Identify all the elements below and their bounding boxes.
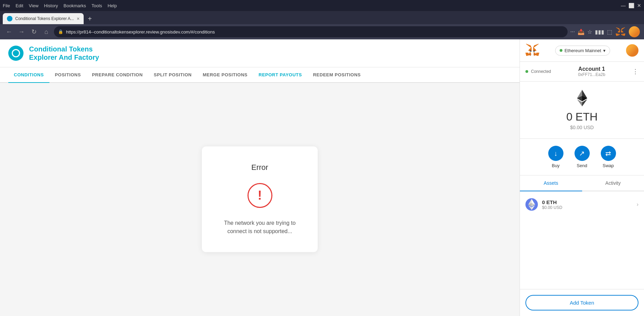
nav-positions[interactable]: POSITIONS bbox=[49, 67, 86, 82]
nav-prepare-condition[interactable]: PREPARE CONDITION bbox=[86, 67, 148, 82]
browser-profile-avatar[interactable] bbox=[629, 26, 640, 37]
window-close[interactable]: ✕ bbox=[637, 3, 641, 8]
nav-split-position[interactable]: SPLIT POSITION bbox=[148, 67, 197, 82]
send-label: Send bbox=[577, 163, 587, 168]
nav-back-btn[interactable]: ← bbox=[4, 27, 14, 37]
lock-icon: 🔒 bbox=[58, 29, 63, 34]
eth-asset-info: 0 ETH $0.00 USD bbox=[542, 199, 637, 210]
svg-marker-11 bbox=[526, 53, 530, 56]
nav-refresh-btn[interactable]: ↻ bbox=[29, 27, 39, 37]
svg-marker-25 bbox=[533, 52, 535, 53]
address-bar[interactable]: 🔒 https://pr814--conditionaltokensexplor… bbox=[54, 26, 568, 37]
asset-chevron-icon: › bbox=[637, 201, 638, 208]
tab-close-btn[interactable]: × bbox=[77, 16, 80, 21]
nav-merge-positions[interactable]: MERGE POSITIONS bbox=[197, 67, 253, 82]
network-label: Ethereum Mainnet bbox=[564, 48, 601, 53]
url-text: https://pr814--conditionaltokensexplorer… bbox=[66, 29, 215, 35]
svg-marker-7 bbox=[621, 34, 623, 35]
mm-send-btn[interactable]: ↗ Send bbox=[575, 146, 590, 168]
metamask-extension-icon[interactable] bbox=[615, 26, 626, 37]
site-title: Conditional Tokens Explorer And Factory bbox=[29, 45, 99, 61]
add-token-btn[interactable]: Add Token bbox=[525, 295, 638, 310]
svg-marker-8 bbox=[533, 44, 539, 48]
mm-asset-eth[interactable]: 0 ETH $0.00 USD › bbox=[520, 194, 644, 215]
mm-actions: ↓ Buy ↗ Send ⇄ Swap bbox=[520, 139, 644, 175]
mm-tabs: Assets Activity bbox=[520, 175, 644, 191]
site-header: Conditional Tokens Explorer And Factory bbox=[0, 39, 520, 67]
menu-tools[interactable]: Tools bbox=[92, 3, 102, 8]
mm-buy-btn[interactable]: ↓ Buy bbox=[548, 146, 563, 168]
menu-view[interactable]: View bbox=[29, 3, 38, 8]
svg-marker-24 bbox=[530, 52, 531, 53]
eth-asset-usd: $0.00 USD bbox=[542, 205, 637, 210]
nav-report-payouts[interactable]: REPORT PAYOUTS bbox=[253, 67, 307, 82]
nav-conditions[interactable]: CONDITIONS bbox=[8, 67, 49, 82]
tab-title: Conditional Tokens Explorer A... bbox=[15, 16, 74, 21]
browser-tab-active[interactable]: Conditional Tokens Explorer A... × bbox=[3, 13, 84, 24]
mm-header: Ethereum Mainnet ▾ bbox=[520, 39, 644, 62]
svg-marker-5 bbox=[621, 30, 623, 32]
toolbar-right: ··· 📥 ☆ ▮▮▮ ⬚ bbox=[570, 26, 640, 37]
tab-favicon bbox=[7, 16, 12, 21]
mm-tab-activity[interactable]: Activity bbox=[582, 175, 644, 191]
site-body: Error ! The network you are trying tocon… bbox=[0, 83, 520, 315]
swap-label: Swap bbox=[603, 163, 614, 168]
account-info: Account 1 0xFF71...Ea2b bbox=[554, 66, 629, 77]
mm-network-button[interactable]: Ethereum Mainnet ▾ bbox=[555, 46, 610, 56]
history-icon[interactable]: ▮▮▮ bbox=[595, 29, 604, 35]
svg-marker-13 bbox=[533, 48, 536, 51]
eth-asset-balance: 0 ETH bbox=[542, 199, 637, 205]
connected-label: Connected bbox=[531, 69, 551, 74]
svg-marker-10 bbox=[535, 53, 539, 56]
svg-marker-9 bbox=[526, 44, 531, 48]
mm-balance-section: 0 ETH $0.00 USD bbox=[520, 82, 644, 139]
svg-marker-4 bbox=[618, 30, 620, 32]
metamask-panel: Ethereum Mainnet ▾ Connected Account 1 0… bbox=[520, 39, 644, 316]
menu-edit[interactable]: Edit bbox=[16, 3, 23, 8]
error-title: Error bbox=[224, 163, 296, 172]
mm-account-section: Connected Account 1 0xFF71...Ea2b ⋮ bbox=[520, 62, 644, 82]
nav-redeem-positions[interactable]: REDEEM POSITIONS bbox=[307, 67, 366, 82]
svg-marker-2 bbox=[623, 34, 625, 36]
eth-balance: 0 ETH bbox=[525, 111, 638, 123]
new-tab-btn[interactable]: + bbox=[85, 15, 95, 23]
sidebar-icon[interactable]: ⬚ bbox=[607, 29, 612, 35]
nav-home-btn[interactable]: ⌂ bbox=[41, 27, 51, 37]
mm-add-token-section: Add Token bbox=[520, 289, 644, 316]
svg-marker-6 bbox=[618, 34, 620, 35]
browser-menu: File Edit View History Bookmarks Tools H… bbox=[3, 3, 117, 8]
menu-file[interactable]: File bbox=[3, 3, 10, 8]
menu-history[interactable]: History bbox=[44, 3, 58, 8]
network-status-dot bbox=[560, 49, 562, 52]
mm-swap-btn[interactable]: ⇄ Swap bbox=[601, 146, 616, 168]
mm-logo bbox=[525, 44, 539, 57]
svg-marker-3 bbox=[616, 34, 618, 36]
menu-bookmarks[interactable]: Bookmarks bbox=[64, 3, 86, 8]
nav-forward-btn[interactable]: → bbox=[17, 27, 26, 37]
connected-status-dot bbox=[525, 70, 528, 73]
bookmark-icon[interactable]: ☆ bbox=[587, 29, 592, 35]
error-card: Error ! The network you are trying tocon… bbox=[202, 146, 318, 252]
window-maximize[interactable]: ⬜ bbox=[628, 3, 634, 8]
error-message: The network you are trying toconnect is … bbox=[224, 219, 296, 236]
svg-marker-12 bbox=[529, 48, 532, 51]
eth-usd: $0.00 USD bbox=[525, 125, 638, 130]
svg-marker-0 bbox=[621, 28, 625, 30]
browser-tabbar: Conditional Tokens Explorer A... × + bbox=[0, 11, 644, 24]
account-options-btn[interactable]: ⋮ bbox=[632, 68, 638, 75]
account-name: Account 1 bbox=[554, 66, 629, 72]
site-nav: CONDITIONS POSITIONS PREPARE CONDITION S… bbox=[0, 67, 520, 83]
swap-icon: ⇄ bbox=[601, 146, 616, 161]
mm-user-avatar[interactable] bbox=[626, 44, 638, 57]
pocket-icon[interactable]: 📥 bbox=[578, 29, 585, 35]
mm-assets-list: 0 ETH $0.00 USD › bbox=[520, 191, 644, 289]
more-btn[interactable]: ··· bbox=[570, 29, 575, 35]
menu-help[interactable]: Help bbox=[108, 3, 117, 8]
account-address: 0xFF71...Ea2b bbox=[554, 72, 629, 77]
eth-icon-large bbox=[574, 90, 590, 106]
window-minimize[interactable]: — bbox=[621, 3, 626, 8]
network-chevron-icon: ▾ bbox=[603, 48, 606, 53]
logo-inner bbox=[12, 49, 20, 57]
mm-tab-assets[interactable]: Assets bbox=[520, 175, 582, 191]
send-icon: ↗ bbox=[575, 146, 590, 161]
